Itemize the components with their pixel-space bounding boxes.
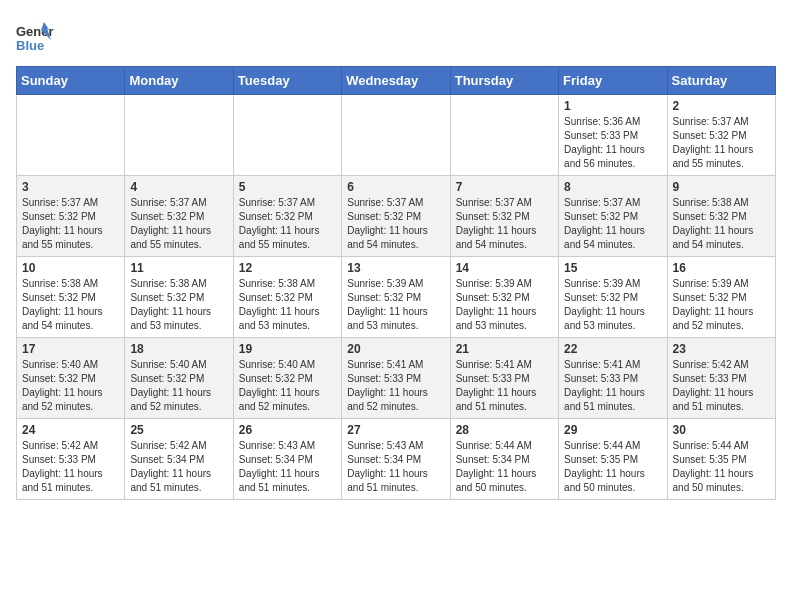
day-info: Sunrise: 5:37 AM Sunset: 5:32 PM Dayligh… <box>673 115 770 171</box>
day-number: 18 <box>130 342 227 356</box>
calendar-cell: 19Sunrise: 5:40 AM Sunset: 5:32 PM Dayli… <box>233 338 341 419</box>
day-number: 3 <box>22 180 119 194</box>
calendar-cell: 13Sunrise: 5:39 AM Sunset: 5:32 PM Dayli… <box>342 257 450 338</box>
day-number: 19 <box>239 342 336 356</box>
calendar-week-row: 3Sunrise: 5:37 AM Sunset: 5:32 PM Daylig… <box>17 176 776 257</box>
day-info: Sunrise: 5:40 AM Sunset: 5:32 PM Dayligh… <box>130 358 227 414</box>
calendar-cell <box>342 95 450 176</box>
day-info: Sunrise: 5:37 AM Sunset: 5:32 PM Dayligh… <box>564 196 661 252</box>
calendar-cell: 26Sunrise: 5:43 AM Sunset: 5:34 PM Dayli… <box>233 419 341 500</box>
day-number: 25 <box>130 423 227 437</box>
day-number: 13 <box>347 261 444 275</box>
weekday-header-thursday: Thursday <box>450 67 558 95</box>
logo-container: General Blue <box>16 20 54 58</box>
day-number: 9 <box>673 180 770 194</box>
day-number: 29 <box>564 423 661 437</box>
day-number: 8 <box>564 180 661 194</box>
calendar-cell: 27Sunrise: 5:43 AM Sunset: 5:34 PM Dayli… <box>342 419 450 500</box>
day-number: 28 <box>456 423 553 437</box>
calendar-cell: 24Sunrise: 5:42 AM Sunset: 5:33 PM Dayli… <box>17 419 125 500</box>
day-info: Sunrise: 5:44 AM Sunset: 5:34 PM Dayligh… <box>456 439 553 495</box>
day-number: 14 <box>456 261 553 275</box>
svg-text:Blue: Blue <box>16 38 44 53</box>
day-number: 27 <box>347 423 444 437</box>
day-info: Sunrise: 5:37 AM Sunset: 5:32 PM Dayligh… <box>22 196 119 252</box>
calendar-table: SundayMondayTuesdayWednesdayThursdayFrid… <box>16 66 776 500</box>
weekday-header-monday: Monday <box>125 67 233 95</box>
weekday-header-sunday: Sunday <box>17 67 125 95</box>
day-info: Sunrise: 5:42 AM Sunset: 5:33 PM Dayligh… <box>673 358 770 414</box>
day-info: Sunrise: 5:42 AM Sunset: 5:33 PM Dayligh… <box>22 439 119 495</box>
calendar-cell: 29Sunrise: 5:44 AM Sunset: 5:35 PM Dayli… <box>559 419 667 500</box>
day-number: 22 <box>564 342 661 356</box>
calendar-cell: 4Sunrise: 5:37 AM Sunset: 5:32 PM Daylig… <box>125 176 233 257</box>
day-number: 7 <box>456 180 553 194</box>
calendar-cell: 1Sunrise: 5:36 AM Sunset: 5:33 PM Daylig… <box>559 95 667 176</box>
day-info: Sunrise: 5:37 AM Sunset: 5:32 PM Dayligh… <box>239 196 336 252</box>
day-number: 16 <box>673 261 770 275</box>
calendar-cell: 25Sunrise: 5:42 AM Sunset: 5:34 PM Dayli… <box>125 419 233 500</box>
day-info: Sunrise: 5:39 AM Sunset: 5:32 PM Dayligh… <box>673 277 770 333</box>
weekday-header-row: SundayMondayTuesdayWednesdayThursdayFrid… <box>17 67 776 95</box>
weekday-header-saturday: Saturday <box>667 67 775 95</box>
calendar-week-row: 1Sunrise: 5:36 AM Sunset: 5:33 PM Daylig… <box>17 95 776 176</box>
calendar-cell: 28Sunrise: 5:44 AM Sunset: 5:34 PM Dayli… <box>450 419 558 500</box>
day-info: Sunrise: 5:39 AM Sunset: 5:32 PM Dayligh… <box>456 277 553 333</box>
calendar-cell <box>17 95 125 176</box>
day-info: Sunrise: 5:36 AM Sunset: 5:33 PM Dayligh… <box>564 115 661 171</box>
day-info: Sunrise: 5:37 AM Sunset: 5:32 PM Dayligh… <box>456 196 553 252</box>
day-number: 11 <box>130 261 227 275</box>
day-info: Sunrise: 5:37 AM Sunset: 5:32 PM Dayligh… <box>130 196 227 252</box>
calendar-cell: 7Sunrise: 5:37 AM Sunset: 5:32 PM Daylig… <box>450 176 558 257</box>
page-header: General Blue <box>16 16 776 58</box>
day-number: 1 <box>564 99 661 113</box>
day-info: Sunrise: 5:40 AM Sunset: 5:32 PM Dayligh… <box>22 358 119 414</box>
calendar-cell: 9Sunrise: 5:38 AM Sunset: 5:32 PM Daylig… <box>667 176 775 257</box>
calendar-cell: 2Sunrise: 5:37 AM Sunset: 5:32 PM Daylig… <box>667 95 775 176</box>
calendar-cell <box>233 95 341 176</box>
day-number: 23 <box>673 342 770 356</box>
day-info: Sunrise: 5:38 AM Sunset: 5:32 PM Dayligh… <box>130 277 227 333</box>
day-number: 30 <box>673 423 770 437</box>
day-info: Sunrise: 5:44 AM Sunset: 5:35 PM Dayligh… <box>673 439 770 495</box>
day-number: 26 <box>239 423 336 437</box>
day-info: Sunrise: 5:38 AM Sunset: 5:32 PM Dayligh… <box>673 196 770 252</box>
calendar-cell: 8Sunrise: 5:37 AM Sunset: 5:32 PM Daylig… <box>559 176 667 257</box>
day-number: 6 <box>347 180 444 194</box>
calendar-week-row: 17Sunrise: 5:40 AM Sunset: 5:32 PM Dayli… <box>17 338 776 419</box>
calendar-cell: 17Sunrise: 5:40 AM Sunset: 5:32 PM Dayli… <box>17 338 125 419</box>
calendar-cell: 30Sunrise: 5:44 AM Sunset: 5:35 PM Dayli… <box>667 419 775 500</box>
calendar-cell: 18Sunrise: 5:40 AM Sunset: 5:32 PM Dayli… <box>125 338 233 419</box>
day-number: 5 <box>239 180 336 194</box>
calendar-cell: 21Sunrise: 5:41 AM Sunset: 5:33 PM Dayli… <box>450 338 558 419</box>
day-number: 21 <box>456 342 553 356</box>
weekday-header-friday: Friday <box>559 67 667 95</box>
day-info: Sunrise: 5:38 AM Sunset: 5:32 PM Dayligh… <box>22 277 119 333</box>
day-info: Sunrise: 5:38 AM Sunset: 5:32 PM Dayligh… <box>239 277 336 333</box>
calendar-cell: 10Sunrise: 5:38 AM Sunset: 5:32 PM Dayli… <box>17 257 125 338</box>
day-number: 24 <box>22 423 119 437</box>
calendar-cell: 16Sunrise: 5:39 AM Sunset: 5:32 PM Dayli… <box>667 257 775 338</box>
day-info: Sunrise: 5:43 AM Sunset: 5:34 PM Dayligh… <box>347 439 444 495</box>
logo-bird-icon: General Blue <box>16 20 54 58</box>
day-info: Sunrise: 5:44 AM Sunset: 5:35 PM Dayligh… <box>564 439 661 495</box>
day-info: Sunrise: 5:39 AM Sunset: 5:32 PM Dayligh… <box>347 277 444 333</box>
calendar-cell: 23Sunrise: 5:42 AM Sunset: 5:33 PM Dayli… <box>667 338 775 419</box>
calendar-cell: 15Sunrise: 5:39 AM Sunset: 5:32 PM Dayli… <box>559 257 667 338</box>
day-number: 20 <box>347 342 444 356</box>
day-number: 15 <box>564 261 661 275</box>
day-number: 4 <box>130 180 227 194</box>
day-number: 17 <box>22 342 119 356</box>
calendar-week-row: 24Sunrise: 5:42 AM Sunset: 5:33 PM Dayli… <box>17 419 776 500</box>
day-info: Sunrise: 5:39 AM Sunset: 5:32 PM Dayligh… <box>564 277 661 333</box>
calendar-cell <box>450 95 558 176</box>
day-info: Sunrise: 5:37 AM Sunset: 5:32 PM Dayligh… <box>347 196 444 252</box>
day-info: Sunrise: 5:41 AM Sunset: 5:33 PM Dayligh… <box>564 358 661 414</box>
day-info: Sunrise: 5:42 AM Sunset: 5:34 PM Dayligh… <box>130 439 227 495</box>
calendar-cell: 5Sunrise: 5:37 AM Sunset: 5:32 PM Daylig… <box>233 176 341 257</box>
day-info: Sunrise: 5:41 AM Sunset: 5:33 PM Dayligh… <box>456 358 553 414</box>
calendar-cell: 14Sunrise: 5:39 AM Sunset: 5:32 PM Dayli… <box>450 257 558 338</box>
logo: General Blue <box>16 20 54 58</box>
calendar-cell: 22Sunrise: 5:41 AM Sunset: 5:33 PM Dayli… <box>559 338 667 419</box>
calendar-cell: 20Sunrise: 5:41 AM Sunset: 5:33 PM Dayli… <box>342 338 450 419</box>
